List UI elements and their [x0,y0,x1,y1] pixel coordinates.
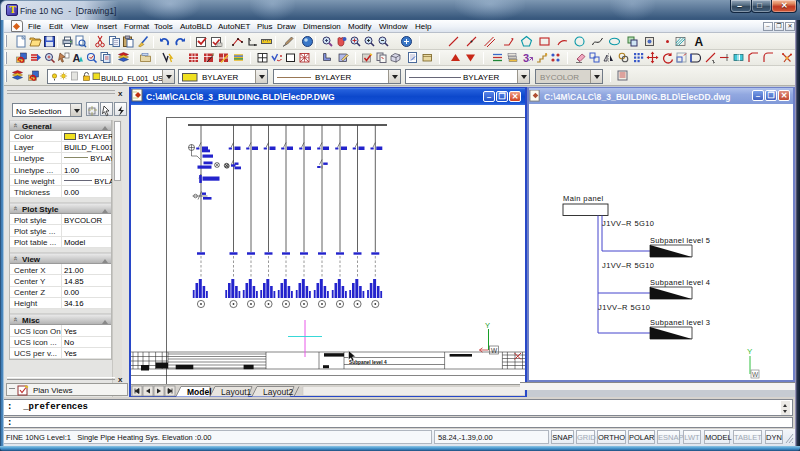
svg-text:Subpanel level 5: Subpanel level 5 [650,236,710,245]
svg-text:Layout2: Layout2 [263,387,294,397]
svg-text:Subpanel level 4: Subpanel level 4 [650,278,710,287]
svg-text:J1VV–R 5G10: J1VV–R 5G10 [598,303,650,312]
svg-text:Model: Model [187,387,212,397]
svg-text:A: A [695,35,704,48]
svg-text:J1VV–R 5G10: J1VV–R 5G10 [602,219,654,228]
svg-text:Y: Y [485,321,490,330]
svg-text:3: 3 [523,52,529,64]
svg-text:Y: Y [747,347,753,356]
svg-text:Subpanel level 4: Subpanel level 4 [349,360,387,365]
svg-text:W: W [752,371,759,378]
svg-text:Main panel: Main panel [563,194,604,203]
svg-text:W: W [491,347,498,354]
svg-text:J1VV–R 5G10: J1VV–R 5G10 [602,261,654,270]
svg-text:Layout1: Layout1 [221,387,252,397]
svg-text:A: A [73,52,81,64]
svg-text:Subpanel level 3: Subpanel level 3 [650,318,710,327]
